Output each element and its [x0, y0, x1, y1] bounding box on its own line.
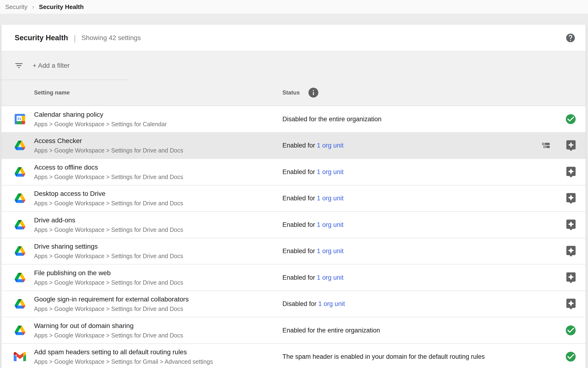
setting-name[interactable]: Drive sharing settings: [34, 242, 183, 251]
table-row[interactable]: 31: [1, 212, 586, 238]
setting-status: Enabled for 1 org unit: [282, 221, 343, 228]
settings-count: Showing 42 settings: [82, 34, 141, 42]
setting-name[interactable]: Calendar sharing policy: [34, 110, 167, 119]
calendar-icon: 31: [15, 114, 25, 124]
table-row[interactable]: 31: [1, 159, 586, 185]
setting-path: Apps > Google Workspace > Settings for D…: [34, 226, 183, 234]
setting-path: Apps > Google Workspace > Settings for D…: [34, 252, 183, 260]
setting-path: Apps > Google Workspace > Settings for D…: [34, 146, 183, 154]
title-divider: |: [74, 33, 76, 43]
setting-status: Enabled for 1 org unit: [282, 142, 343, 149]
security-health-card: Security Health | Showing 42 settings + …: [1, 25, 586, 368]
table-row[interactable]: 31: [1, 106, 586, 133]
setting-path: Apps > Google Workspace > Settings for G…: [34, 358, 213, 366]
recommendation-icon[interactable]: [565, 271, 577, 284]
org-unit-link[interactable]: 1 org unit: [318, 300, 345, 307]
recommendation-icon[interactable]: [565, 219, 577, 231]
setting-status: Enabled for 1 org unit: [282, 274, 343, 281]
table-row[interactable]: 31: [1, 133, 586, 159]
status-ok-icon: [565, 351, 577, 363]
column-setting-name: Setting name: [34, 89, 70, 96]
org-unit-link[interactable]: 1 org unit: [317, 274, 344, 281]
org-unit-link[interactable]: 1 org unit: [317, 221, 344, 228]
page-title: Security Health: [15, 34, 68, 42]
drive-icon: [15, 273, 25, 282]
setting-status: Enabled for 1 org unit: [282, 168, 343, 175]
drive-icon: [15, 220, 25, 230]
drive-icon: [15, 167, 25, 177]
status-ok-icon: [565, 113, 577, 125]
org-unit-scope-icon: [542, 143, 550, 148]
recommendation-icon[interactable]: [565, 166, 577, 178]
org-unit-link[interactable]: 1 org unit: [317, 248, 344, 255]
recommendation-icon[interactable]: [565, 245, 577, 257]
table-row[interactable]: 31: [1, 344, 586, 368]
setting-name[interactable]: File publishing on the web: [34, 268, 183, 277]
setting-path: Apps > Google Workspace > Settings for D…: [34, 305, 189, 313]
setting-status: Enabled for 1 org unit: [282, 195, 343, 202]
filter-icon: [14, 61, 24, 70]
setting-status: The spam header is enabled in your domai…: [282, 353, 485, 360]
table-row[interactable]: 31: [1, 185, 586, 212]
setting-path: Apps > Google Workspace > Settings for D…: [34, 199, 183, 207]
recommendation-icon[interactable]: [565, 298, 577, 310]
setting-name[interactable]: Warning for out of domain sharing: [34, 321, 183, 330]
card-header: Security Health | Showing 42 settings: [1, 25, 586, 52]
drive-icon: [15, 193, 25, 203]
org-unit-link[interactable]: 1 org unit: [317, 168, 344, 175]
gmail-icon: [14, 352, 26, 361]
drive-icon: [15, 299, 25, 309]
settings-table-body: 31: [1, 106, 586, 368]
filter-bar[interactable]: + Add a filter: [1, 52, 586, 80]
breadcrumb-item-current: Security Health: [39, 3, 84, 11]
setting-status: Disabled for the entire organization: [282, 115, 382, 123]
setting-status: Enabled for the entire organization: [282, 327, 380, 334]
setting-path: Apps > Google Workspace > Settings for C…: [34, 120, 167, 128]
column-status: Status: [282, 89, 300, 96]
drive-icon: [15, 141, 25, 150]
setting-name[interactable]: Access to offline docs: [34, 163, 183, 172]
table-row[interactable]: 31: [1, 238, 586, 265]
setting-path: Apps > Google Workspace > Settings for D…: [34, 278, 183, 286]
drive-icon: [15, 246, 25, 256]
setting-path: Apps > Google Workspace > Settings for D…: [34, 331, 183, 339]
status-info-icon[interactable]: [307, 87, 319, 99]
table-row[interactable]: 31: [1, 317, 586, 344]
table-row[interactable]: 31: [1, 265, 586, 291]
security-health-page: Security › Security Health Security Heal…: [0, 0, 588, 368]
table-row[interactable]: 31: [1, 291, 586, 318]
breadcrumb: Security › Security Health: [0, 0, 588, 14]
breadcrumb-separator-icon: ›: [32, 3, 34, 11]
filter-zone: + Add a filter Setting name Status: [1, 52, 586, 106]
breadcrumb-item-security[interactable]: Security: [5, 3, 27, 11]
setting-status: Enabled for 1 org unit: [282, 248, 343, 255]
recommendation-icon[interactable]: [565, 192, 577, 204]
org-unit-link[interactable]: 1 org unit: [317, 195, 344, 202]
setting-path: Apps > Google Workspace > Settings for D…: [34, 173, 183, 181]
setting-name[interactable]: Access Checker: [34, 136, 183, 145]
table-header: Setting name Status: [1, 80, 586, 105]
recommendation-icon[interactable]: [565, 139, 577, 152]
add-filter-label[interactable]: + Add a filter: [33, 62, 70, 69]
org-unit-link[interactable]: 1 org unit: [317, 142, 344, 149]
drive-icon: [15, 326, 25, 335]
setting-status: Disabled for 1 org unit: [282, 300, 345, 308]
status-ok-icon: [565, 324, 577, 336]
help-icon[interactable]: [565, 33, 576, 43]
svg-text:31: 31: [17, 117, 21, 120]
setting-name[interactable]: Add spam headers setting to all default …: [34, 348, 213, 357]
setting-name[interactable]: Google sign-in requirement for external …: [34, 295, 189, 304]
setting-name[interactable]: Desktop access to Drive: [34, 189, 183, 198]
setting-name[interactable]: Drive add-ons: [34, 216, 183, 225]
